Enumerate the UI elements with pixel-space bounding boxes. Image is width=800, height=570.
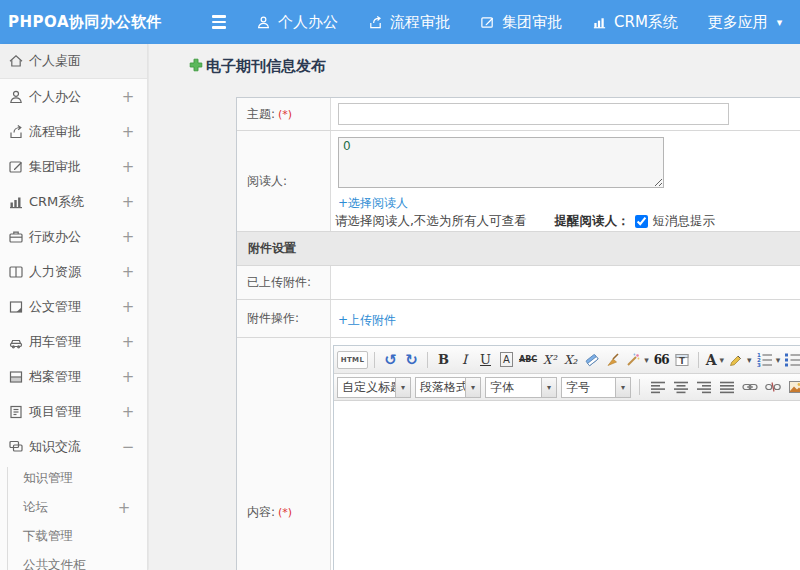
- sidebar-item-knowledge[interactable]: 知识交流 −: [0, 429, 147, 464]
- remove-format-button[interactable]: [582, 350, 601, 370]
- attachment-op-label: 附件操作:: [247, 310, 299, 327]
- nav-label: 集团审批: [502, 13, 562, 32]
- sidebar-item-label: 集团审批: [29, 158, 81, 176]
- subject-input[interactable]: [338, 103, 729, 125]
- expand-toggle[interactable]: +: [121, 368, 135, 386]
- page-title: 电子期刊信息发布: [189, 57, 326, 76]
- align-right-button[interactable]: [694, 377, 713, 397]
- expand-toggle[interactable]: +: [121, 403, 135, 421]
- sms-remind-checkbox[interactable]: [635, 215, 648, 228]
- nav-group-approval[interactable]: 集团审批: [480, 13, 562, 32]
- subject-row: 主题: (*): [237, 98, 800, 131]
- content-row: 内容: (*) HTML ↺ ↻ B I: [237, 338, 800, 570]
- expand-toggle[interactable]: +: [121, 333, 135, 351]
- align-right-icon: [696, 381, 712, 394]
- broom-icon: [605, 352, 621, 368]
- sidebar-item-personal-office[interactable]: 个人办公 +: [0, 79, 147, 114]
- bar-chart-icon: [592, 15, 607, 30]
- sidebar-subitem-label: 下载管理: [23, 528, 73, 545]
- format-brush-button[interactable]: [603, 350, 622, 370]
- expand-toggle[interactable]: +: [121, 263, 135, 281]
- sidebar-item-personal-desktop[interactable]: 个人桌面: [0, 44, 147, 79]
- highlight-color-button[interactable]: ▾: [727, 350, 753, 370]
- hamburger-menu-icon[interactable]: [208, 11, 230, 33]
- nav-workflow-approval[interactable]: 流程审批: [368, 13, 450, 32]
- sidebar-subitem-forum[interactable]: 论坛 +: [0, 493, 147, 522]
- font-style-button[interactable]: A: [497, 350, 516, 370]
- sidebar-subitem-label: 知识管理: [23, 470, 73, 487]
- sidebar-item-vehicle[interactable]: 用车管理 +: [0, 324, 147, 359]
- ordered-list-button[interactable]: 1 2 3 ▾: [755, 350, 782, 370]
- bullet-list-button[interactable]: ▾: [783, 350, 800, 370]
- heading-select[interactable]: 自定义标题 ▾: [337, 377, 411, 398]
- expand-toggle[interactable]: +: [121, 158, 135, 176]
- quick-format-button[interactable]: ▾: [624, 350, 650, 370]
- align-left-icon: [650, 381, 666, 394]
- redo-icon: ↻: [405, 351, 418, 369]
- expand-toggle[interactable]: +: [121, 123, 135, 141]
- align-center-icon: [673, 381, 689, 394]
- editor-content-area[interactable]: [334, 401, 800, 570]
- publish-form: 主题: (*) 阅读人: 0 +选择阅读人 请选择阅读人,不选为所有人可查看: [236, 97, 800, 570]
- insert-image-button[interactable]: [786, 377, 800, 397]
- sidebar-item-workflow-approval[interactable]: 流程审批 +: [0, 114, 147, 149]
- blockquote-button[interactable]: 66: [652, 350, 671, 370]
- align-left-button[interactable]: [648, 377, 667, 397]
- html-source-button[interactable]: HTML: [337, 351, 368, 369]
- align-center-button[interactable]: [671, 377, 690, 397]
- expand-toggle[interactable]: +: [121, 193, 135, 211]
- nav-personal-office[interactable]: 个人办公: [256, 13, 338, 32]
- nav-more-apps[interactable]: 更多应用 ▾: [708, 13, 783, 32]
- sidebar-item-group-approval[interactable]: 集团审批 +: [0, 149, 147, 184]
- select-readers-link[interactable]: +选择阅读人: [338, 195, 408, 212]
- sidebar-item-admin-office[interactable]: 行政办公 +: [0, 219, 147, 254]
- page-template-button[interactable]: T: [673, 350, 692, 370]
- undo-icon: ↺: [384, 351, 397, 369]
- subscript-button[interactable]: X₂: [561, 350, 580, 370]
- underline-button[interactable]: U: [476, 350, 495, 370]
- font-family-select[interactable]: 字体 ▾: [485, 377, 557, 398]
- sidebar-item-hr[interactable]: 人力资源 +: [0, 254, 147, 289]
- sidebar-subitem-public-file-cabinet[interactable]: 公共文件柜: [0, 551, 147, 570]
- bold-button[interactable]: B: [434, 350, 453, 370]
- superscript-button[interactable]: X²: [540, 350, 559, 370]
- strikethrough-button[interactable]: ABC: [518, 350, 538, 370]
- sidebar-item-crm[interactable]: CRM系统 +: [0, 184, 147, 219]
- align-justify-icon: [719, 381, 735, 394]
- user-icon: [8, 89, 24, 105]
- uploaded-attachments-row: 已上传附件:: [237, 266, 800, 300]
- expand-toggle[interactable]: +: [121, 228, 135, 246]
- rich-text-editor: HTML ↺ ↻ B I U A ABC X² X₂: [333, 345, 800, 570]
- flow-icon: [8, 124, 24, 140]
- user-icon: [256, 15, 271, 30]
- expand-toggle[interactable]: +: [117, 499, 131, 517]
- nav-label: 更多应用: [708, 13, 768, 32]
- sidebar-item-projects[interactable]: 项目管理 +: [0, 394, 147, 429]
- readers-hint-text: 请选择阅读人,不选为所有人可查看: [335, 213, 526, 230]
- sidebar-item-official-docs[interactable]: 公文管理 +: [0, 289, 147, 324]
- font-size-select[interactable]: 字号 ▾: [561, 377, 631, 398]
- expand-toggle[interactable]: +: [121, 88, 135, 106]
- paragraph-format-select[interactable]: 段落格式 ▾: [415, 377, 481, 398]
- top-bar: PHPOA协同办公软件 个人办公 流程审批: [0, 0, 800, 44]
- unlink-button[interactable]: [763, 377, 782, 397]
- sms-remind-label: 短消息提示: [652, 213, 715, 230]
- sidebar-item-label: 行政办公: [29, 228, 81, 246]
- readers-textarea[interactable]: 0: [338, 137, 664, 188]
- insert-link-button[interactable]: [740, 377, 759, 397]
- sidebar-subitem-download-management[interactable]: 下载管理: [0, 522, 147, 551]
- collapse-toggle[interactable]: −: [121, 438, 135, 456]
- nav-crm-system[interactable]: CRM系统: [592, 13, 678, 32]
- align-justify-button[interactable]: [717, 377, 736, 397]
- expand-toggle[interactable]: +: [121, 298, 135, 316]
- undo-button[interactable]: ↺: [381, 350, 400, 370]
- main-content: 电子期刊信息发布 主题: (*) 阅读人: 0 +选择阅: [149, 44, 800, 570]
- redo-button[interactable]: ↻: [402, 350, 421, 370]
- sidebar-subitem-knowledge-management[interactable]: 知识管理: [0, 464, 147, 493]
- sidebar-item-label: 知识交流: [29, 438, 81, 456]
- clipboard-icon: [8, 404, 24, 420]
- font-color-button[interactable]: A ▾: [705, 350, 725, 370]
- sidebar-item-archives[interactable]: 档案管理 +: [0, 359, 147, 394]
- italic-button[interactable]: I: [455, 350, 474, 370]
- upload-attachment-link[interactable]: +上传附件: [338, 312, 396, 329]
